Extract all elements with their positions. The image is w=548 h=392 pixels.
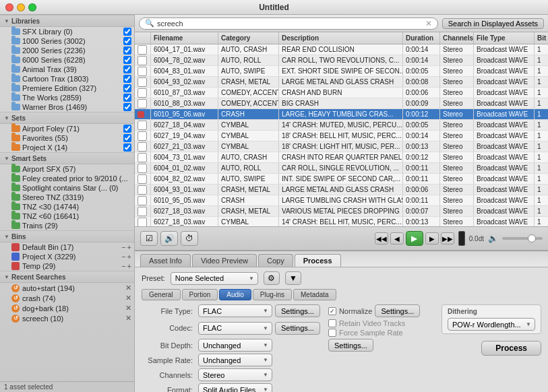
file-type-settings-button[interactable]: Settings... <box>275 304 320 317</box>
titlebar-buttons[interactable] <box>5 3 36 11</box>
table-row[interactable]: 6004_78_02.wav AUTO, ROLL CAR ROLL, TWO … <box>135 55 548 66</box>
speaker-button[interactable]: 🔊 <box>160 231 178 246</box>
search-input-wrapper[interactable]: 🔍 ✕ <box>139 18 438 30</box>
th-description[interactable]: Description <box>279 32 403 44</box>
sidebar-item-smartset[interactable]: Stereo TNZ (3319) <box>0 193 134 202</box>
sidebar-item-set[interactable]: Favorites (55) <box>0 133 134 143</box>
bin-minus-button[interactable]: − <box>121 243 125 251</box>
forward-button[interactable]: ▶ <box>425 232 439 244</box>
sidebar-item-library[interactable]: Cartoon Trax (1803) <box>0 74 134 84</box>
sub-tab-general[interactable]: General <box>142 289 181 300</box>
close-button[interactable] <box>5 3 13 11</box>
sidebar-item-smartset[interactable]: TNZ <30 (14744) <box>0 202 134 211</box>
th-filename[interactable]: Filename <box>151 32 218 44</box>
fast-forward-button[interactable]: ▶▶ <box>441 232 454 244</box>
search-button[interactable]: Search in Displayed Assets <box>442 18 544 29</box>
sidebar-item-smartset[interactable]: Trains (29) <box>0 221 134 230</box>
codec-settings-button[interactable]: Settings... <box>275 322 320 335</box>
codec-select[interactable]: FLAC ▼ <box>198 322 272 335</box>
sub-tab-audio[interactable]: Audio <box>219 289 251 300</box>
volume-thumb[interactable] <box>528 234 536 242</box>
set-checkbox[interactable] <box>123 125 131 133</box>
th-category[interactable]: Category <box>218 32 279 44</box>
th-filetype[interactable]: File Type <box>474 32 535 44</box>
table-row[interactable]: 6004_83_01.wav AUTO, SWIPE EXT. SHORT SI… <box>135 66 548 77</box>
table-row[interactable]: 6027_18_03.wav CYMBAL 14' CRASH: BELL HI… <box>135 217 548 226</box>
sample-settings-button[interactable]: Settings... <box>328 339 373 352</box>
sub-tab-metadata[interactable]: Metadata <box>293 289 336 300</box>
sidebar-item-recent[interactable]: ↺ crash (74) ✕ <box>0 293 134 303</box>
sidebar-item-library[interactable]: SFX Library (0) <box>0 27 134 36</box>
preset-select[interactable]: None Selected ▼ <box>171 272 258 285</box>
bin-minus-button[interactable]: − <box>121 262 125 270</box>
sidebar-item-library[interactable]: Warner Bros (1469) <box>0 102 134 112</box>
sample-rate-select[interactable]: Unchanged ▼ <box>198 354 272 366</box>
play-button[interactable]: ▶ <box>406 231 423 246</box>
sidebar-item-recent[interactable]: ↺ dog+bark (18) ✕ <box>0 303 134 313</box>
retain-video-checkbox[interactable] <box>328 319 336 327</box>
bin-plus-button[interactable]: + <box>127 253 131 261</box>
table-row[interactable]: 6004_82_02.wav AUTO, SWIPE INT. SIDE SWI… <box>135 174 548 185</box>
back-button[interactable]: ◀ <box>390 232 404 244</box>
library-checkbox[interactable] <box>123 75 131 83</box>
bin-minus-button[interactable]: − <box>121 253 125 261</box>
checkbox-transport-button[interactable]: ☑ <box>140 231 158 246</box>
table-row[interactable]: 6010_95_06.wav CRASH LARGE, HEAVY TUMBLI… <box>135 109 548 120</box>
table-row[interactable]: 6004_93_01.wav CRASH, METAL LARGE METAL … <box>135 185 548 195</box>
search-input[interactable] <box>157 20 425 28</box>
sub-tab-plug-ins[interactable]: Plug-ins <box>253 289 292 300</box>
library-checkbox[interactable] <box>123 84 131 92</box>
bins-header[interactable]: ▼ Bins <box>0 230 134 242</box>
sidebar-item-library[interactable]: Animal Trax (39) <box>0 65 134 74</box>
bin-plus-button[interactable]: + <box>127 243 131 251</box>
table-row[interactable]: 6027_21_03.wav CYMBAL 18' CRASH: LIGHT H… <box>135 141 548 152</box>
set-checkbox[interactable] <box>123 134 131 142</box>
tab-asset-info[interactable]: Asset Info <box>140 254 191 267</box>
rewind-button[interactable]: ◀◀ <box>375 232 388 244</box>
maximize-button[interactable] <box>28 3 36 11</box>
sidebar-item-bin[interactable]: Default Bin (17) − + <box>0 242 134 252</box>
recent-searches-header[interactable]: ▼ Recent Searches <box>0 271 134 283</box>
bin-plus-button[interactable]: + <box>127 262 131 270</box>
table-row[interactable]: 6004_73_01.wav AUTO, CRASH CRASH INTO RE… <box>135 152 548 163</box>
th-bit[interactable]: Bit <box>535 32 548 44</box>
table-row[interactable]: 6027_18_03.wav CRASH, METAL VARIOUS META… <box>135 206 548 217</box>
sidebar-item-smartset[interactable]: Foley created prior to 9/2010 (... <box>0 174 134 183</box>
tab-process[interactable]: Process <box>295 254 341 267</box>
force-sample-checkbox[interactable] <box>328 329 336 337</box>
channels-select[interactable]: Stereo ▼ <box>198 368 272 381</box>
sidebar-item-library[interactable]: The Works (2859) <box>0 93 134 102</box>
recent-close-button[interactable]: ✕ <box>125 304 131 313</box>
sidebar-item-smartset[interactable]: Spotlight contains Star (... (0) <box>0 183 134 193</box>
smart-sets-header[interactable]: ▼ Smart Sets <box>0 152 134 164</box>
sidebar-item-library[interactable]: 2000 Series (2236) <box>0 46 134 55</box>
table-row[interactable]: 6010_95_05.wav CRASH LARGE TUMBLING CRAS… <box>135 195 548 206</box>
process-button[interactable]: Process <box>481 341 541 356</box>
libraries-header[interactable]: ▼ Libraries <box>0 15 134 27</box>
library-checkbox[interactable] <box>123 37 131 45</box>
library-checkbox[interactable] <box>123 46 131 55</box>
sidebar-item-library[interactable]: 1000 Series (3002) <box>0 36 134 46</box>
preset-arrow-button[interactable]: ▼ <box>285 271 301 285</box>
recent-close-button[interactable]: ✕ <box>125 294 131 302</box>
sidebar-item-set[interactable]: Project X (14) <box>0 143 134 152</box>
tab-video-preview[interactable]: Video Preview <box>192 254 257 267</box>
library-checkbox[interactable] <box>123 94 131 102</box>
search-clear-button[interactable]: ✕ <box>425 19 432 28</box>
normalize-settings-button[interactable]: Settings... <box>375 304 420 317</box>
volume-slider[interactable] <box>502 237 543 240</box>
sidebar-item-library[interactable]: Premiere Edition (327) <box>0 84 134 93</box>
sidebar-item-set[interactable]: Airport Foley (71) <box>0 124 134 133</box>
sidebar-item-library[interactable]: 6000 Series (6228) <box>0 55 134 65</box>
sidebar-item-bin[interactable]: Project X (3229) − + <box>0 252 134 261</box>
set-checkbox[interactable] <box>123 143 131 152</box>
metronome-button[interactable]: ⏱ <box>181 231 198 246</box>
library-checkbox[interactable] <box>123 28 131 36</box>
dithering-select[interactable]: POW-r Wordlength... ▼ <box>448 318 535 331</box>
library-checkbox[interactable] <box>123 103 131 111</box>
sidebar-item-recent[interactable]: ↺ auto+start (194) ✕ <box>0 283 134 293</box>
minimize-button[interactable] <box>17 3 25 11</box>
sidebar-item-recent[interactable]: ↺ screech (10) ✕ <box>0 313 134 323</box>
preset-gear-button[interactable]: ⚙ <box>264 271 280 285</box>
library-checkbox[interactable] <box>123 56 131 64</box>
